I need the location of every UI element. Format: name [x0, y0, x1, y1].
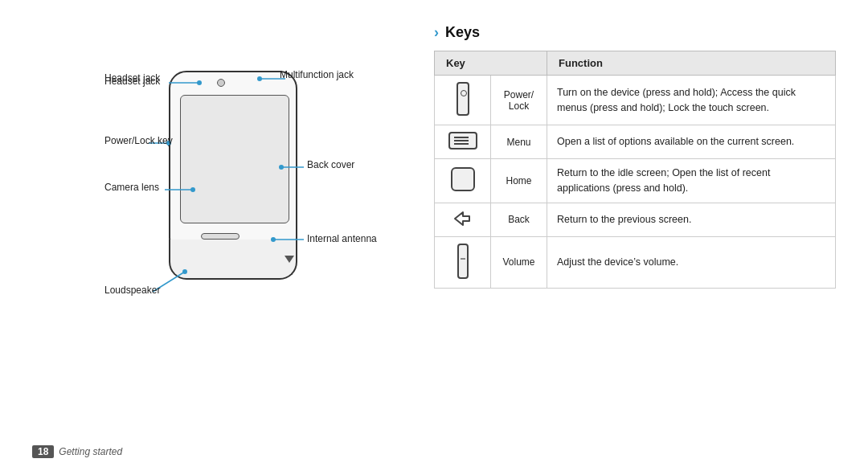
footer-text: Getting started [59, 446, 122, 457]
section-title: › Keys [434, 24, 836, 41]
home-key-name: Home [491, 159, 547, 203]
camera-lens-label: Camera lens [104, 182, 159, 193]
internal-antenna-label: Internal antenna [307, 233, 377, 244]
back-cover-label: Back cover [307, 159, 354, 170]
multifunction-jack-label: Multifunction jack [280, 69, 354, 80]
headset-jack-label: Headset jack [104, 72, 160, 84]
home-key-icon-cell [435, 159, 491, 203]
power-key-icon-cell [435, 76, 491, 125]
volume-key-icon-cell [435, 236, 491, 288]
volume-key-icon [457, 244, 469, 279]
page-number: 18 [32, 445, 54, 458]
footer: 18 Getting started [32, 445, 122, 458]
power-key-icon [457, 82, 469, 116]
device-diagram: Headset jack [104, 55, 362, 424]
phone-camera [217, 79, 225, 87]
table-row: Back Return to the previous screen. [435, 203, 836, 236]
loudspeaker-label: Loudspeaker [104, 285, 160, 296]
keys-table: Key Function Power/ Lock Turn on the dev… [434, 51, 836, 289]
back-arrow-svg [452, 210, 474, 227]
power-key-function: Turn on the device (press and hold); Acc… [547, 76, 836, 125]
table-row: Volume Adjust the device’s volume. [435, 236, 836, 288]
section-title-text: Keys [445, 24, 480, 41]
table-row: Power/ Lock Turn on the device (press an… [435, 76, 836, 125]
table-row: Home Return to the idle screen; Open the… [435, 159, 836, 203]
phone-screen [180, 95, 289, 223]
back-key-icon [452, 210, 474, 227]
menu-key-icon-cell [435, 125, 491, 159]
page: Headset jack [0, 0, 868, 471]
table-section: › Keys Key Function Power/ Lock Turn on … [418, 24, 836, 455]
device-section: Headset jack [48, 24, 418, 455]
phone-speaker-slot [201, 233, 240, 240]
volume-key-name: Volume [491, 236, 547, 288]
col-header-function: Function [547, 51, 836, 76]
back-key-name: Back [491, 203, 547, 236]
menu-key-name: Menu [491, 125, 547, 159]
power-lock-key-label: Power/Lock key [104, 135, 173, 146]
table-row: Menu Open a list of options available on… [435, 125, 836, 159]
phone-triangle [285, 256, 294, 263]
menu-key-function: Open a list of options available on the … [547, 125, 836, 159]
home-key-icon [451, 167, 475, 191]
chevron-icon: › [434, 24, 439, 41]
back-key-icon-cell [435, 203, 491, 236]
power-key-name: Power/ Lock [491, 76, 547, 125]
back-key-function: Return to the previous screen. [547, 203, 836, 236]
home-key-function: Return to the idle screen; Open the list… [547, 159, 836, 203]
phone-bottom [169, 240, 297, 280]
phone-body [169, 71, 297, 256]
menu-key-icon [448, 132, 477, 149]
volume-key-function: Adjust the device’s volume. [547, 236, 836, 288]
col-header-key: Key [435, 51, 547, 76]
